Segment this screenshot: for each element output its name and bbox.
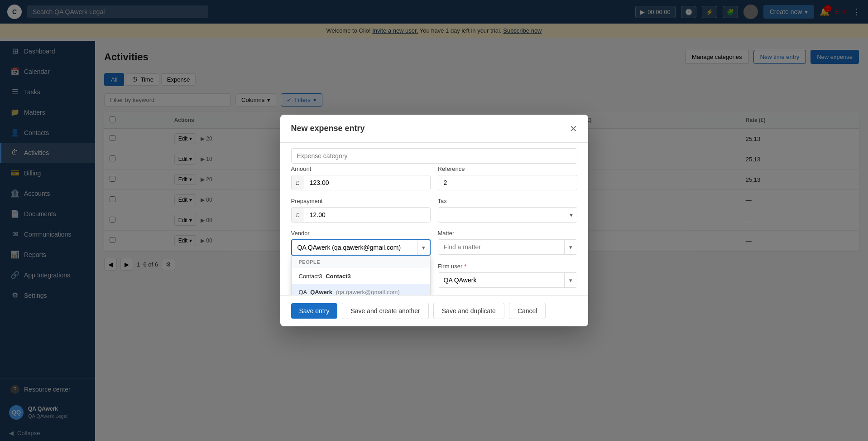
new-expense-modal: New expense entry ✕ Amount £ xyxy=(280,115,588,326)
firm-user-input-wrapper: ▾ xyxy=(438,272,577,288)
matter-label: Matter xyxy=(438,230,577,237)
expense-category-input[interactable] xyxy=(292,149,577,163)
firm-user-label: Firm user * xyxy=(438,263,577,270)
prepayment-group: Prepayment £ xyxy=(291,198,431,223)
contact3-last: Contact3 xyxy=(326,273,351,280)
save-entry-button[interactable]: Save entry xyxy=(291,303,338,319)
cancel-button[interactable]: Cancel xyxy=(509,303,546,319)
matter-input[interactable] xyxy=(438,240,564,254)
prepayment-input-wrapper: £ xyxy=(291,207,431,223)
qa-last: QAwerk xyxy=(310,289,332,295)
vendor-input-row: ▾ xyxy=(291,239,431,256)
amount-input-wrapper: £ xyxy=(291,175,431,190)
vendor-input[interactable] xyxy=(292,240,417,255)
tax-group: Tax xyxy=(438,198,577,223)
prepayment-tax-row: Prepayment £ Tax xyxy=(291,198,577,223)
expense-category-wrapper xyxy=(291,148,577,164)
tax-select-wrapper xyxy=(438,207,577,223)
firm-user-input[interactable] xyxy=(438,273,564,287)
reference-input[interactable] xyxy=(438,175,577,190)
firm-user-dropdown-button[interactable]: ▾ xyxy=(564,273,577,287)
reference-label: Reference xyxy=(438,165,577,172)
vendor-field-wrapper: ▾ PEOPLE Contact3 Contact3 QA QAwerk (qa… xyxy=(291,239,431,256)
modal-title: New expense entry xyxy=(291,124,365,133)
amount-group: Amount £ xyxy=(291,165,431,190)
vendor-matter-row: Vendor ▾ PEOPLE Contact3 Contact3 xyxy=(291,230,577,256)
modal-header: New expense entry ✕ xyxy=(280,115,588,143)
prepayment-currency: £ xyxy=(292,208,304,222)
save-duplicate-button[interactable]: Save and duplicate xyxy=(433,303,504,319)
firm-user-required-indicator: * xyxy=(464,263,466,270)
tax-label: Tax xyxy=(438,198,577,204)
vendor-label: Vendor xyxy=(291,230,431,237)
modal-footer: Save entry Save and create another Save … xyxy=(280,295,588,326)
amount-reference-row: Amount £ Reference xyxy=(291,165,577,190)
prepayment-label: Prepayment xyxy=(291,198,431,204)
prepayment-input[interactable] xyxy=(304,208,430,222)
modal-overlay[interactable]: New expense entry ✕ Amount £ xyxy=(0,0,868,441)
qa-email: (qa.qawerk@gmail.com) xyxy=(334,289,400,295)
matter-dropdown-button[interactable]: ▾ xyxy=(564,240,577,254)
people-section-header: PEOPLE xyxy=(292,256,430,268)
vendor-group: Vendor ▾ PEOPLE Contact3 Contact3 xyxy=(291,230,431,256)
vendor-option-qa-qawerk[interactable]: QA QAwerk (qa.qawerk@gmail.com) xyxy=(292,284,430,295)
amount-currency: £ xyxy=(292,176,304,190)
vendor-option-contact3[interactable]: Contact3 Contact3 xyxy=(292,268,430,284)
qa-first: QA xyxy=(299,289,309,295)
amount-label: Amount xyxy=(291,165,431,172)
modal-close-button[interactable]: ✕ xyxy=(570,124,577,133)
vendor-dropdown-list: PEOPLE Contact3 Contact3 QA QAwerk (qa.q… xyxy=(291,256,431,295)
matter-input-wrapper: ▾ xyxy=(438,239,577,255)
tax-select[interactable] xyxy=(438,207,577,223)
matter-group: Matter ▾ xyxy=(438,230,577,256)
reference-group: Reference xyxy=(438,165,577,190)
vendor-dropdown-button[interactable]: ▾ xyxy=(417,240,430,255)
modal-body: Amount £ Reference Prepayment £ xyxy=(280,143,588,295)
amount-input[interactable] xyxy=(304,175,430,190)
expense-category-section xyxy=(291,143,577,165)
save-create-another-button[interactable]: Save and create another xyxy=(342,303,428,319)
contact3-first: Contact3 xyxy=(299,273,324,280)
firm-user-group: Firm user * ▾ xyxy=(438,263,577,288)
